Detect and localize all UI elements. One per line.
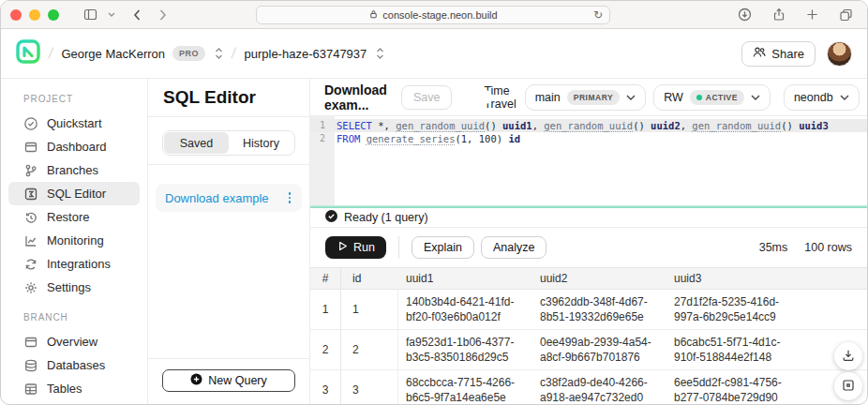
sidebar-item-branches[interactable]: Branches	[8, 158, 140, 182]
neon-logo[interactable]	[16, 39, 40, 68]
sidebar-item-sql-editor[interactable]: SQL Editor	[8, 182, 140, 205]
project-name: purple-haze-63747937	[244, 47, 367, 61]
table-cell: 3	[341, 370, 398, 405]
explain-button[interactable]: Explain	[412, 236, 474, 259]
tab-saved[interactable]: Saved	[164, 132, 229, 154]
run-button[interactable]: Run	[325, 236, 386, 259]
active-badge: ACTIVE	[690, 90, 744, 105]
address-bar[interactable]: console-stage.neon.build ↻	[256, 6, 610, 24]
share-icon[interactable]	[768, 5, 790, 25]
expand-results-icon	[842, 379, 855, 395]
page-title: SQL Editor	[163, 87, 256, 108]
breadcrumb-project[interactable]: purple-haze-63747937	[244, 47, 384, 61]
sidebar-item-dashboard[interactable]: Dashboard	[8, 135, 140, 158]
zoom-window-button[interactable]	[48, 9, 59, 21]
new-query-button[interactable]: New Query	[162, 369, 295, 392]
line-number: 1	[310, 119, 335, 132]
plus-circle-icon	[190, 373, 202, 388]
sidebar-item-label: Overview	[47, 335, 97, 349]
active-dot-icon	[696, 95, 702, 100]
column-header-uuid2: uuid2	[531, 272, 666, 285]
select-chevrons-icon[interactable]	[376, 47, 384, 60]
sidebar-item-label: Monitoring	[47, 233, 104, 248]
window-icon	[23, 335, 38, 350]
editor-main: Download exam... Save Time Travel main P…	[310, 79, 867, 405]
column-header-uuid1: uuid1	[398, 272, 531, 285]
tabs-overview-icon[interactable]	[834, 5, 858, 25]
results-table: #iduuid1uuid2uuid311140b3b4d-6421-41fd-b…	[310, 267, 867, 405]
sidebar-item-overview[interactable]: Overview	[8, 330, 140, 353]
database-icon	[23, 358, 38, 373]
sidebar: PROJECTQuickstartDashboardBranchesSQL Ed…	[1, 79, 148, 405]
table-cell: fa9523d1-1b06-4377-b3c5-8350186d29c5	[398, 335, 531, 366]
sidebar-item-quickstart[interactable]: Quickstart	[8, 112, 140, 135]
integrations-icon	[23, 257, 38, 272]
code-line[interactable]: 1SELECT *, gen_random_uuid() uuid1, gen_…	[310, 119, 867, 132]
downloads-icon[interactable]	[733, 5, 756, 25]
share-button[interactable]: Share	[741, 41, 816, 67]
save-button[interactable]: Save	[401, 85, 453, 110]
app-header: / George MacKerron PRO / purple-haze-637…	[1, 29, 867, 79]
analyze-button[interactable]: Analyze	[481, 236, 546, 259]
sidebar-item-monitoring[interactable]: Monitoring	[8, 229, 140, 252]
browser-window: console-stage.neon.build ↻	[0, 0, 868, 405]
table-cell: 3	[310, 370, 341, 405]
table-cell: c3962ddb-348f-4d67-8b51-19332d69e65e	[531, 294, 666, 325]
divider	[398, 236, 399, 259]
browser-chrome: console-stage.neon.build ↻	[1, 1, 867, 29]
table-row[interactable]: 11140b3b4d-6421-41fd-bf20-f03e6b0a012fc3…	[310, 290, 867, 330]
reload-icon[interactable]: ↻	[593, 8, 603, 22]
check-circle-icon	[23, 116, 38, 131]
table-cell: 140b3b4d-6421-41fd-bf20-f03e6b0a012f	[398, 294, 531, 325]
column-header-id: id	[341, 268, 398, 289]
sql-editor-icon	[23, 187, 38, 202]
table-cell: 1	[341, 290, 398, 329]
breadcrumb-org[interactable]: George MacKerron PRO	[61, 46, 223, 61]
download-results-button[interactable]	[834, 342, 862, 370]
lock-icon	[368, 8, 379, 22]
sidebar-item-databases[interactable]: Databases	[8, 353, 140, 377]
column-header-uuid3: uuid3	[666, 272, 867, 285]
select-chevrons-icon[interactable]	[215, 47, 223, 60]
sidebar-item-settings[interactable]: Settings	[8, 276, 140, 299]
people-icon	[753, 46, 766, 61]
compute-select[interactable]: RW ACTIVE	[653, 84, 771, 111]
new-tab-icon[interactable]	[801, 5, 823, 25]
close-window-button[interactable]	[10, 9, 22, 21]
code-line[interactable]: 2FROM generate_series(1, 100) id	[310, 132, 867, 145]
sidebar-item-tables[interactable]: Tables	[8, 377, 140, 400]
download-results-icon	[842, 349, 855, 365]
sidebar-item-roles[interactable]: Roles	[8, 400, 140, 405]
sidebar-item-integrations[interactable]: Integrations	[8, 252, 140, 276]
saved-query-link[interactable]: Download example	[165, 191, 285, 205]
sidebar-item-label: Branches	[47, 163, 98, 177]
sidebar-toggle-icon[interactable]	[78, 5, 103, 25]
sidebar-item-label: Quickstart	[47, 116, 102, 130]
status-text: Ready (1 query)	[344, 211, 428, 224]
window-icon	[23, 140, 38, 155]
saved-query-list: Download example	[156, 184, 302, 212]
sidebar-item-restore[interactable]: Restore	[8, 205, 140, 229]
chevron-down-icon[interactable]	[103, 5, 120, 25]
avatar[interactable]	[827, 41, 852, 67]
sidebar-section-label: BRANCH	[23, 312, 147, 322]
branch-select[interactable]: main PRIMARY	[525, 84, 646, 111]
table-row[interactable]: 22fa9523d1-1b06-4377-b3c5-8350186d29c50e…	[310, 330, 867, 370]
play-icon	[337, 240, 348, 255]
branches-icon	[23, 163, 38, 178]
saved-query-row[interactable]: Download example	[156, 184, 302, 212]
table-cell: 0ee499ab-2939-4a54-a8cf-9b667b701876	[531, 335, 666, 366]
database-select[interactable]: neondb	[784, 84, 860, 111]
table-row[interactable]: 3368ccbcca-7715-4266-b6c5-9f7a14ea6e5ec3…	[310, 370, 867, 405]
kebab-menu-icon[interactable]	[285, 189, 295, 206]
table-cell: c38f2ad9-de40-4266-a918-ae947c732ed0	[531, 375, 666, 405]
sql-code-editor[interactable]: 1SELECT *, gen_random_uuid() uuid1, gen_…	[310, 116, 867, 205]
tab-history[interactable]: History	[229, 132, 293, 154]
sidebar-item-label: Tables	[47, 382, 82, 396]
column-header--: #	[310, 268, 341, 289]
forward-icon[interactable]	[154, 5, 172, 25]
back-icon[interactable]	[127, 5, 146, 25]
minimize-window-button[interactable]	[29, 9, 40, 21]
table-cell: 68ccbcca-7715-4266-b6c5-9f7a14ea6e5e	[398, 375, 531, 405]
expand-results-button[interactable]	[834, 372, 862, 400]
